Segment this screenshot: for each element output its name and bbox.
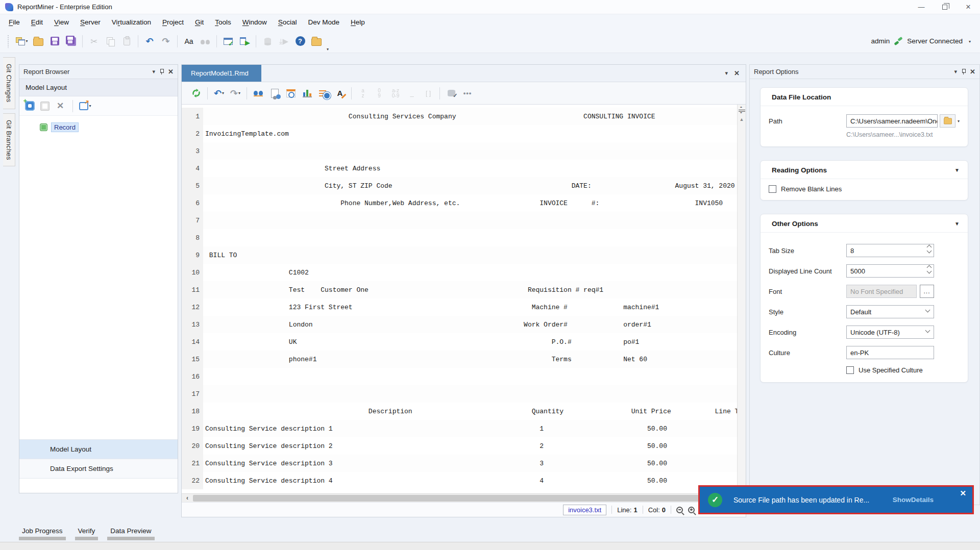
pin-icon[interactable] — [160, 69, 163, 74]
open-button[interactable] — [32, 35, 45, 48]
more-options-button[interactable]: ••• — [460, 86, 475, 101]
rail-tab-git-changes[interactable]: Git Changes — [3, 57, 15, 109]
panel-close-icon[interactable]: ✕ — [168, 68, 174, 76]
tree-item-record[interactable]: Record — [19, 121, 178, 133]
encoding-select[interactable]: Unicode (UTF-8) — [846, 326, 934, 339]
redo-button[interactable]: ↷ — [159, 35, 173, 48]
splitter-handle-icon[interactable] — [739, 107, 745, 114]
editor-line[interactable]: 18 Description Quantity Unit Price Line … — [182, 403, 737, 420]
db-verify-button[interactable] — [444, 86, 458, 101]
find-button[interactable] — [199, 35, 212, 48]
path-input[interactable]: C:\Users\sameer.nadeem\OneDrive — [846, 114, 938, 128]
zoom-out-icon[interactable] — [676, 507, 683, 513]
editor-line[interactable]: 5 City, ST ZIP Code DATE: August 31, 202… — [182, 177, 737, 194]
editor-line[interactable]: 11 Test Customer One Requisition # req#1 — [182, 281, 737, 298]
notification-toast[interactable]: ✓ Source File path has been updated in R… — [698, 485, 974, 514]
menu-virtualization[interactable]: Virtualization — [106, 16, 157, 29]
options-close-icon[interactable]: ✕ — [970, 68, 975, 76]
undo-button[interactable]: ↶ — [143, 35, 156, 48]
right-toolbar-overflow-button[interactable]: ▾ — [967, 39, 973, 44]
options-menu-icon[interactable]: ▾ — [954, 68, 958, 75]
scroll-left-icon[interactable]: ‹ — [182, 494, 193, 502]
export-layout-button[interactable]: ▾ — [79, 100, 91, 112]
menu-window[interactable]: Window — [237, 16, 273, 29]
editor-line[interactable]: 14 UK P.O.# po#1 — [182, 333, 737, 351]
run-report-button[interactable] — [238, 35, 251, 48]
other-options-collapse-icon[interactable]: ▼ — [954, 221, 960, 227]
show-details-link[interactable]: ShowDetails — [893, 496, 934, 504]
source-file-name[interactable]: invoice3.txt — [563, 505, 606, 515]
underscore-button[interactable]: _ — [405, 86, 419, 101]
minimize-button[interactable]: — — [910, 0, 933, 14]
copy-button[interactable] — [104, 35, 117, 48]
bottom-tab-data-preview[interactable]: Data Preview — [107, 526, 154, 540]
editor-line[interactable]: 1 Consulting Services Company CONSULTING… — [182, 108, 737, 125]
font-button[interactable]: Aa — [182, 35, 195, 48]
menu-social[interactable]: Social — [273, 16, 303, 29]
sort-az-button[interactable]: a z — [356, 86, 370, 101]
menu-file[interactable]: File — [3, 16, 26, 29]
brackets-button[interactable]: [ ] — [421, 86, 435, 101]
refresh-button[interactable] — [189, 86, 203, 101]
close-button[interactable]: ✕ — [957, 0, 980, 14]
editor-line[interactable]: 8 — [182, 229, 737, 246]
style-select[interactable]: Default — [846, 305, 934, 318]
menu-project[interactable]: Project — [157, 16, 189, 29]
menu-dev-mode[interactable]: Dev Mode — [303, 16, 346, 29]
editor-line[interactable]: 20Consulting Service description 2 2 50.… — [182, 437, 737, 455]
editor-redo-button[interactable]: ↷▾ — [228, 86, 242, 101]
find-pattern-button[interactable] — [251, 86, 265, 101]
panel-menu-icon[interactable]: ▾ — [153, 68, 156, 75]
bottom-tab-verify[interactable]: Verify — [75, 526, 99, 540]
rail-tab-git-branches[interactable]: Git Branches — [3, 113, 15, 167]
document-list-icon[interactable]: ▾ — [725, 70, 728, 77]
editor-line[interactable]: 10 C1002 — [182, 264, 737, 281]
editor-line[interactable]: 21Consulting Service description 3 3 50.… — [182, 455, 737, 472]
toolbar-overflow-button[interactable]: ▾ — [325, 47, 331, 52]
export-db-button[interactable] — [261, 35, 274, 48]
scroll-up-icon[interactable]: ▲ — [740, 117, 744, 122]
editor-line[interactable]: 13 London Work Order# order#1 — [182, 316, 737, 333]
save-all-button[interactable] — [64, 35, 78, 48]
remove-blank-lines-checkbox[interactable] — [769, 185, 776, 193]
verify-window-button[interactable] — [222, 35, 235, 48]
cut-button[interactable]: ✂ — [87, 35, 101, 48]
menu-server[interactable]: Server — [75, 16, 106, 29]
field-statistics-button[interactable] — [300, 86, 314, 101]
paste-button[interactable] — [120, 35, 133, 48]
editor-undo-button[interactable]: ↶▾ — [212, 86, 226, 101]
menu-view[interactable]: View — [48, 16, 75, 29]
browse-file-button[interactable] — [940, 114, 955, 128]
sort-alnum-button[interactable]: a-z 0-9 — [388, 86, 403, 101]
menu-tools[interactable]: Tools — [209, 16, 237, 29]
menu-help[interactable]: Help — [345, 16, 371, 29]
vertical-scrollbar[interactable]: ▲ — [737, 105, 746, 493]
report-settings-button[interactable] — [267, 86, 282, 101]
path-dropdown-icon[interactable]: ▾ — [958, 119, 960, 123]
horizontal-scroll-thumb[interactable] — [193, 495, 744, 502]
tab-size-stepper[interactable]: 8 — [846, 244, 934, 257]
add-field-button[interactable] — [39, 100, 51, 112]
open-project-button[interactable] — [310, 35, 323, 48]
editor-line[interactable]: 2InvoicingTemplate.com — [182, 125, 737, 142]
delete-node-button[interactable]: ✕ — [54, 100, 66, 112]
editor-line[interactable]: 7 — [182, 212, 737, 229]
editor-line[interactable]: 12 123 First Street Machine # machine#1 — [182, 298, 737, 316]
editor-line[interactable]: 4 Street Address — [182, 160, 737, 177]
add-record-button[interactable] — [23, 100, 36, 112]
font-browse-button[interactable]: ... — [920, 285, 934, 298]
editor-line[interactable]: 6 Phone Number,Web Address, etc. INVOICE… — [182, 194, 737, 212]
editor-line[interactable]: 15 phone#1 Terms Net 60 — [182, 351, 737, 368]
bottom-tab-job-progress[interactable]: Job Progress — [19, 526, 66, 540]
editor-line[interactable]: 22Consulting Service description 4 4 50.… — [182, 472, 737, 489]
report-text-area[interactable]: 1 Consulting Services Company CONSULTING… — [182, 105, 737, 493]
use-specified-culture-row[interactable]: Use Specified Culture — [846, 366, 960, 374]
save-button[interactable] — [48, 35, 61, 48]
nav-data-export-settings[interactable]: Data Export Settings — [19, 459, 178, 479]
notification-close-icon[interactable]: ✕ — [960, 489, 966, 498]
horizontal-scrollbar[interactable]: ‹ — [182, 493, 746, 502]
nav-model-layout[interactable]: Model Layout — [19, 440, 178, 459]
import-button[interactable]: ⤓▶ — [277, 35, 290, 48]
editor-line[interactable]: 17 — [182, 385, 737, 403]
font-style-button[interactable]: A — [333, 86, 347, 101]
